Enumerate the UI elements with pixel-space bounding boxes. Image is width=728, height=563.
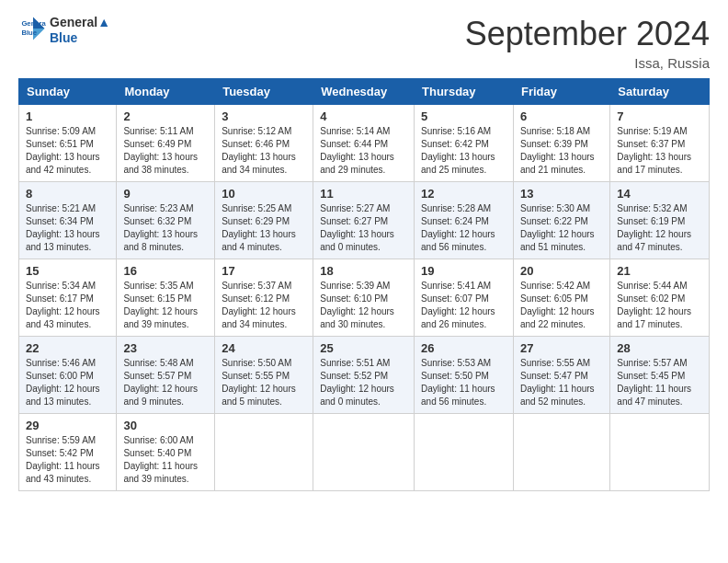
day-info: Sunrise: 5:55 AM Sunset: 5:47 PM Dayligh… — [520, 357, 603, 408]
weekday-friday: Friday — [513, 79, 609, 105]
day-number: 22 — [26, 341, 109, 355]
day-info: Sunrise: 5:23 AM Sunset: 6:32 PM Dayligh… — [123, 202, 208, 254]
svg-text:Blue: Blue — [21, 29, 37, 37]
day-cell: 15Sunrise: 5:34 AM Sunset: 6:17 PM Dayli… — [19, 259, 117, 337]
day-info: Sunrise: 5:50 AM Sunset: 5:55 PM Dayligh… — [222, 357, 306, 408]
day-number: 11 — [320, 187, 407, 201]
day-cell: 21Sunrise: 5:44 AM Sunset: 6:02 PM Dayli… — [610, 259, 710, 337]
day-info: Sunrise: 5:27 AM Sunset: 6:27 PM Dayligh… — [320, 202, 407, 254]
day-info: Sunrise: 5:41 AM Sunset: 6:07 PM Dayligh… — [421, 280, 506, 331]
day-cell: 10Sunrise: 5:25 AM Sunset: 6:29 PM Dayli… — [215, 182, 313, 259]
week-row-5: 29Sunrise: 5:59 AM Sunset: 5:42 PM Dayli… — [19, 414, 710, 491]
day-number: 13 — [520, 187, 603, 201]
day-info: Sunrise: 5:37 AM Sunset: 6:12 PM Dayligh… — [222, 280, 306, 331]
day-number: 19 — [421, 264, 506, 278]
day-cell: 30Sunrise: 6:00 AM Sunset: 5:40 PM Dayli… — [117, 414, 215, 491]
day-cell: 29Sunrise: 5:59 AM Sunset: 5:42 PM Dayli… — [19, 414, 117, 491]
day-cell: 11Sunrise: 5:27 AM Sunset: 6:27 PM Dayli… — [313, 182, 415, 259]
day-cell: 4Sunrise: 5:14 AM Sunset: 6:44 PM Daylig… — [313, 105, 415, 182]
day-number: 28 — [617, 341, 702, 355]
day-info: Sunrise: 5:34 AM Sunset: 6:17 PM Dayligh… — [26, 280, 109, 331]
day-cell: 6Sunrise: 5:18 AM Sunset: 6:39 PM Daylig… — [513, 105, 609, 182]
day-number: 3 — [222, 109, 306, 123]
day-number: 27 — [520, 341, 603, 355]
day-number: 16 — [123, 264, 208, 278]
day-info: Sunrise: 5:18 AM Sunset: 6:39 PM Dayligh… — [520, 125, 603, 177]
location: Issa, Russia — [465, 55, 710, 71]
day-info: Sunrise: 5:42 AM Sunset: 6:05 PM Dayligh… — [520, 280, 603, 331]
logo: General Blue General▲ Blue — [18, 15, 110, 46]
day-cell: 14Sunrise: 5:32 AM Sunset: 6:19 PM Dayli… — [610, 182, 710, 259]
day-cell — [415, 414, 514, 491]
day-number: 21 — [617, 264, 702, 278]
day-cell: 16Sunrise: 5:35 AM Sunset: 6:15 PM Dayli… — [117, 259, 215, 337]
day-number: 4 — [320, 109, 407, 123]
day-cell: 25Sunrise: 5:51 AM Sunset: 5:52 PM Dayli… — [313, 337, 415, 414]
weekday-wednesday: Wednesday — [313, 79, 415, 105]
day-cell: 20Sunrise: 5:42 AM Sunset: 6:05 PM Dayli… — [513, 259, 609, 337]
day-info: Sunrise: 5:30 AM Sunset: 6:22 PM Dayligh… — [520, 202, 603, 254]
day-cell: 9Sunrise: 5:23 AM Sunset: 6:32 PM Daylig… — [117, 182, 215, 259]
logo-icon: General Blue — [20, 16, 46, 41]
day-number: 23 — [123, 341, 208, 355]
calendar-table: SundayMondayTuesdayWednesdayThursdayFrid… — [18, 78, 710, 491]
day-info: Sunrise: 5:48 AM Sunset: 5:57 PM Dayligh… — [123, 357, 208, 408]
day-cell: 13Sunrise: 5:30 AM Sunset: 6:22 PM Dayli… — [513, 182, 609, 259]
day-cell: 23Sunrise: 5:48 AM Sunset: 5:57 PM Dayli… — [117, 337, 215, 414]
day-cell: 18Sunrise: 5:39 AM Sunset: 6:10 PM Dayli… — [313, 259, 415, 337]
day-number: 17 — [222, 264, 306, 278]
weekday-thursday: Thursday — [415, 79, 514, 105]
weekday-tuesday: Tuesday — [215, 79, 313, 105]
day-number: 6 — [520, 109, 603, 123]
day-info: Sunrise: 5:25 AM Sunset: 6:29 PM Dayligh… — [222, 202, 306, 254]
week-row-4: 22Sunrise: 5:46 AM Sunset: 6:00 PM Dayli… — [19, 337, 710, 414]
day-info: Sunrise: 6:00 AM Sunset: 5:40 PM Dayligh… — [123, 434, 208, 486]
day-info: Sunrise: 5:11 AM Sunset: 6:49 PM Dayligh… — [123, 125, 208, 177]
day-number: 29 — [26, 419, 109, 432]
weekday-monday: Monday — [117, 79, 215, 105]
day-number: 5 — [421, 109, 506, 123]
day-number: 7 — [617, 109, 702, 123]
day-info: Sunrise: 5:21 AM Sunset: 6:34 PM Dayligh… — [26, 202, 109, 254]
day-info: Sunrise: 5:44 AM Sunset: 6:02 PM Dayligh… — [617, 280, 702, 331]
day-info: Sunrise: 5:09 AM Sunset: 6:51 PM Dayligh… — [26, 125, 109, 177]
day-cell — [313, 414, 415, 491]
day-cell — [215, 414, 313, 491]
weekday-sunday: Sunday — [19, 79, 117, 105]
day-info: Sunrise: 5:12 AM Sunset: 6:46 PM Dayligh… — [222, 125, 306, 177]
day-info: Sunrise: 5:28 AM Sunset: 6:24 PM Dayligh… — [421, 202, 506, 254]
day-info: Sunrise: 5:19 AM Sunset: 6:37 PM Dayligh… — [617, 125, 702, 177]
day-cell: 19Sunrise: 5:41 AM Sunset: 6:07 PM Dayli… — [415, 259, 514, 337]
day-cell: 17Sunrise: 5:37 AM Sunset: 6:12 PM Dayli… — [215, 259, 313, 337]
day-cell: 5Sunrise: 5:16 AM Sunset: 6:42 PM Daylig… — [415, 105, 514, 182]
day-cell: 3Sunrise: 5:12 AM Sunset: 6:46 PM Daylig… — [215, 105, 313, 182]
day-cell: 24Sunrise: 5:50 AM Sunset: 5:55 PM Dayli… — [215, 337, 313, 414]
day-cell: 27Sunrise: 5:55 AM Sunset: 5:47 PM Dayli… — [513, 337, 609, 414]
week-row-2: 8Sunrise: 5:21 AM Sunset: 6:34 PM Daylig… — [19, 182, 710, 259]
day-info: Sunrise: 5:14 AM Sunset: 6:44 PM Dayligh… — [320, 125, 407, 177]
week-row-3: 15Sunrise: 5:34 AM Sunset: 6:17 PM Dayli… — [19, 259, 710, 337]
day-cell: 12Sunrise: 5:28 AM Sunset: 6:24 PM Dayli… — [415, 182, 514, 259]
day-info: Sunrise: 5:46 AM Sunset: 6:00 PM Dayligh… — [26, 357, 109, 408]
day-info: Sunrise: 5:59 AM Sunset: 5:42 PM Dayligh… — [26, 434, 109, 486]
weekday-header-row: SundayMondayTuesdayWednesdayThursdayFrid… — [19, 79, 710, 105]
day-number: 14 — [617, 187, 702, 201]
day-cell: 26Sunrise: 5:53 AM Sunset: 5:50 PM Dayli… — [415, 337, 514, 414]
page: General Blue General▲ Blue September 202… — [0, 0, 728, 563]
day-number: 10 — [222, 187, 306, 201]
week-row-1: 1Sunrise: 5:09 AM Sunset: 6:51 PM Daylig… — [19, 105, 710, 182]
day-cell: 8Sunrise: 5:21 AM Sunset: 6:34 PM Daylig… — [19, 182, 117, 259]
day-number: 24 — [222, 341, 306, 355]
day-cell: 28Sunrise: 5:57 AM Sunset: 5:45 PM Dayli… — [610, 337, 710, 414]
day-cell: 7Sunrise: 5:19 AM Sunset: 6:37 PM Daylig… — [610, 105, 710, 182]
logo-text: General▲ Blue — [50, 15, 110, 46]
day-cell: 22Sunrise: 5:46 AM Sunset: 6:00 PM Dayli… — [19, 337, 117, 414]
day-number: 8 — [26, 187, 109, 201]
day-cell: 1Sunrise: 5:09 AM Sunset: 6:51 PM Daylig… — [19, 105, 117, 182]
weekday-saturday: Saturday — [610, 79, 710, 105]
day-info: Sunrise: 5:35 AM Sunset: 6:15 PM Dayligh… — [123, 280, 208, 331]
day-number: 20 — [520, 264, 603, 278]
day-cell — [513, 414, 609, 491]
day-number: 18 — [320, 264, 407, 278]
day-info: Sunrise: 5:39 AM Sunset: 6:10 PM Dayligh… — [320, 280, 407, 331]
